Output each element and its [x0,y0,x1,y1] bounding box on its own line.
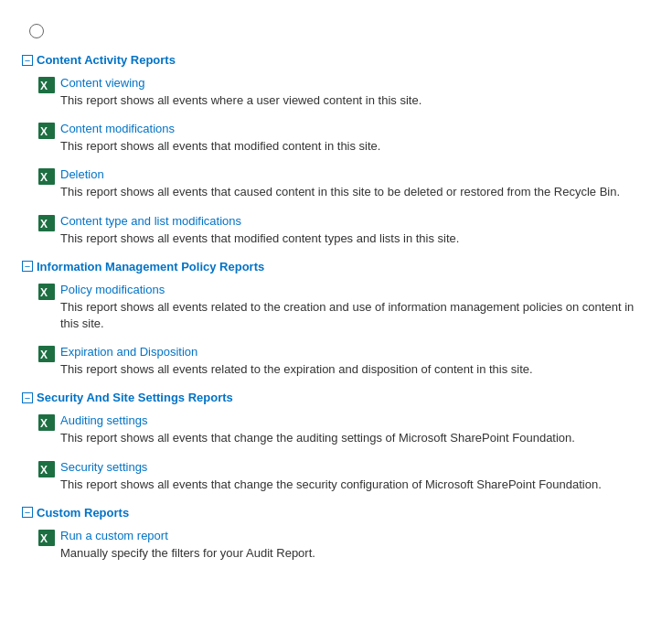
report-desc-content-viewing: This report shows all events where a use… [60,92,421,109]
report-content-run-custom-report: Run a custom report Manually specify the… [60,529,315,562]
report-item-expiration-disposition: X Expiration and Disposition This report… [38,345,650,378]
report-content-policy-modifications: Policy modifications This report shows a… [60,283,650,332]
section-title-security-site-settings: Security And Site Settings Reports [37,391,233,404]
section-title-content-activity: Content Activity Reports [37,53,176,67]
report-desc-policy-modifications: This report shows all events related to … [60,299,650,332]
report-content-content-type-list: Content type and list modifications This… [60,214,459,247]
report-link-policy-modifications[interactable]: Policy modifications [60,283,650,296]
svg-text:X: X [40,286,48,299]
section-custom-reports: − Custom Reports X Run a custom report M… [22,506,650,562]
report-link-deletion[interactable]: Deletion [60,167,620,181]
report-desc-deletion: This report shows all events that caused… [60,184,620,200]
report-content-auditing-settings: Auditing settings This report shows all … [60,413,575,446]
svg-text:X: X [40,417,48,430]
section-title-information-management: Information Management Policy Reports [37,260,264,273]
collapse-icon-security-site-settings[interactable]: − [22,392,33,403]
report-content-deletion: Deletion This report shows all events th… [60,167,620,200]
svg-text:X: X [40,532,48,545]
section-information-management: − Information Management Policy Reports … [22,260,650,379]
report-desc-run-custom-report: Manually specify the filters for your Au… [60,545,315,562]
report-item-content-type-list: X Content type and list modifications Th… [38,214,650,247]
page-title [22,18,650,38]
info-icon[interactable] [29,24,44,38]
report-item-auditing-settings: X Auditing settings This report shows al… [38,413,650,446]
report-item-content-modifications: X Content modifications This report show… [38,122,650,155]
section-content-activity: − Content Activity Reports X Content vie… [22,53,650,247]
svg-text:X: X [40,349,48,361]
section-security-site-settings: − Security And Site Settings Reports X A… [22,391,650,492]
report-link-content-type-list[interactable]: Content type and list modifications [60,214,459,228]
report-content-expiration-disposition: Expiration and Disposition This report s… [60,345,533,378]
report-link-auditing-settings[interactable]: Auditing settings [60,413,575,427]
svg-text:X: X [40,80,48,92]
report-link-content-modifications[interactable]: Content modifications [60,122,380,135]
collapse-icon-information-management[interactable]: − [22,261,33,272]
report-item-deletion: X Deletion This report shows all events … [38,167,650,200]
report-link-expiration-disposition[interactable]: Expiration and Disposition [60,345,533,359]
report-content-security-settings: Security settings This report shows all … [60,460,602,493]
report-link-security-settings[interactable]: Security settings [60,460,602,474]
report-item-run-custom-report: X Run a custom report Manually specify t… [38,529,650,562]
report-content-content-modifications: Content modifications This report shows … [60,122,380,155]
svg-text:X: X [40,218,48,231]
report-desc-expiration-disposition: This report shows all events related to … [60,361,533,378]
svg-text:X: X [40,464,48,477]
svg-text:X: X [40,171,48,184]
svg-text:X: X [40,125,48,138]
collapse-icon-content-activity[interactable]: − [22,55,33,66]
report-item-content-viewing: X Content viewing This report shows all … [38,76,650,109]
collapse-icon-custom-reports[interactable]: − [22,507,33,518]
report-desc-content-modifications: This report shows all events that modifi… [60,138,380,155]
report-link-run-custom-report[interactable]: Run a custom report [60,529,315,542]
report-desc-security-settings: This report shows all events that change… [60,477,602,493]
section-title-custom-reports: Custom Reports [37,506,129,520]
report-link-content-viewing[interactable]: Content viewing [60,76,421,90]
report-item-security-settings: X Security settings This report shows al… [38,460,650,493]
report-desc-auditing-settings: This report shows all events that change… [60,430,575,446]
report-desc-content-type-list: This report shows all events that modifi… [60,231,459,247]
report-item-policy-modifications: X Policy modifications This report shows… [38,283,650,332]
report-content-content-viewing: Content viewing This report shows all ev… [60,76,421,109]
